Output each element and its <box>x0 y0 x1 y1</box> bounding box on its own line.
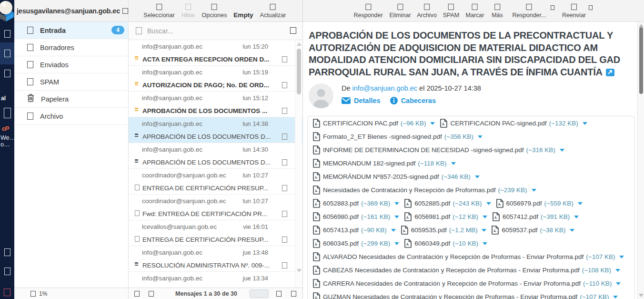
msg-tool-reenviar[interactable]: Reenviar <box>562 0 586 22</box>
attachment-item[interactable]: 6060345.pdf(~299 KB) <box>312 239 399 248</box>
main-scrollbar[interactable] <box>637 22 644 299</box>
msg-tool-caret-caret[interactable] <box>589 0 593 22</box>
folder-item-archivo[interactable]: Archivo <box>14 108 128 125</box>
prev-page-icon[interactable] <box>276 291 282 297</box>
attachment-menu-caret-icon[interactable] <box>483 216 487 218</box>
message-row[interactable]: info@sanjuan.gob.eclun 14:38APROBACIÓN D… <box>129 117 302 143</box>
attachment-menu-caret-icon[interactable] <box>574 216 579 218</box>
list-scrollbar-thumb[interactable] <box>297 49 301 94</box>
msg-tool-marcar[interactable]: Marcar <box>466 0 484 22</box>
scroll-up-icon[interactable] <box>297 42 302 46</box>
flag-icon[interactable] <box>282 237 287 243</box>
attachment-menu-caret-icon[interactable] <box>613 296 618 299</box>
attachment-item[interactable]: 6056979.pdf(~559 KB) <box>496 199 583 208</box>
flag-icon[interactable] <box>282 211 287 217</box>
msg-tool-caret-caret[interactable] <box>551 0 554 22</box>
flag-icon[interactable] <box>282 134 287 140</box>
attachment-menu-caret-icon[interactable] <box>616 282 621 285</box>
taskbar-item-logout[interactable] <box>0 289 14 296</box>
message-row[interactable]: info@sanjuan.gob.eclun 15:12APROBACIÓN D… <box>129 92 302 117</box>
message-row[interactable]: coordinador@sanjuan.gob.eclun 10:27Fwd: … <box>129 195 302 220</box>
attachment-item[interactable]: MEMORANDUM 182-signed.pdf(~118 KB) <box>312 159 456 168</box>
attachment-menu-caret-icon[interactable] <box>570 229 574 232</box>
attachment-item[interactable]: CERTIFICACION PAC-signed.pdf(~132 KB) <box>440 119 587 128</box>
attachment-menu-caret-icon[interactable] <box>482 229 486 232</box>
sender-email-link[interactable]: info@sanjuan.gob.ec <box>352 84 417 92</box>
select-all-icon[interactable] <box>134 291 140 297</box>
msg-tool-eliminar[interactable]: Eliminar <box>389 0 411 22</box>
attachment-menu-caret-icon[interactable] <box>478 135 483 138</box>
attachment-item[interactable]: CERTIFICACION PAC.pdf(~96 KB) <box>312 119 435 128</box>
flag-icon[interactable] <box>282 185 287 191</box>
main-scroll-up-icon[interactable] <box>639 24 644 27</box>
attachment-item[interactable]: CARRERA Necesidades de Contratación y Re… <box>312 279 621 288</box>
taskbar-item-about[interactable] <box>0 268 14 275</box>
message-row[interactable]: info@sanjuan.gob.eclun 15:20ACTA ENTREGA… <box>129 40 302 66</box>
attachment-item[interactable]: 6052885.pdf(~243 KB) <box>404 199 491 208</box>
account-menu-icon[interactable] <box>122 8 128 14</box>
attachment-menu-caret-icon[interactable] <box>430 122 435 125</box>
attachment-menu-caret-icon[interactable] <box>583 122 587 125</box>
attachment-menu-caret-icon[interactable] <box>532 189 536 192</box>
taskbar-item-mail[interactable] <box>0 50 14 57</box>
msg-tool-responder[interactable]: Responder... <box>513 0 546 22</box>
webmail-home-line2[interactable]: o… <box>0 141 10 148</box>
details-link[interactable]: Detalles <box>354 97 381 104</box>
folder-item-spam[interactable]: SPAM <box>14 73 128 91</box>
attachment-item[interactable]: 6059535.pdf(~1.2 MB) <box>401 226 487 235</box>
folder-item-enviados[interactable]: Enviados <box>14 56 128 73</box>
search-options-icon[interactable] <box>290 27 296 34</box>
attachment-item[interactable]: Formato_2_ET Bienes -signed-signed.pdf(~… <box>312 132 483 141</box>
taskbar-item-contacts[interactable] <box>0 70 14 77</box>
flag-icon[interactable] <box>282 159 287 165</box>
search-input[interactable] <box>147 27 266 35</box>
attachment-menu-caret-icon[interactable] <box>394 242 399 245</box>
flag-icon[interactable] <box>282 108 287 114</box>
msg-tool-responder[interactable]: Responder <box>353 0 382 22</box>
attachment-item[interactable]: GUZMAN Necesidades de Contratación y Rec… <box>312 292 618 299</box>
attachment-item[interactable]: 6056980.pdf(~161 KB) <box>312 212 399 221</box>
folder-item-entrada[interactable]: Entrada4 <box>14 22 128 39</box>
attachment-menu-caret-icon[interactable] <box>486 202 491 205</box>
next-page-icon[interactable] <box>291 291 296 297</box>
flag-icon[interactable] <box>282 82 287 88</box>
main-scroll-down-icon[interactable] <box>639 294 644 297</box>
attachment-menu-caret-icon[interactable] <box>394 202 399 205</box>
list-tool-opciones[interactable]: Opciones <box>202 0 227 22</box>
taskbar-item-settings[interactable] <box>0 108 14 118</box>
attachment-item[interactable]: 6057413.pdf(~90 KB) <box>312 226 396 235</box>
flag-icon[interactable] <box>282 262 287 268</box>
attachment-item[interactable]: 6059537.pdf(~38 KB) <box>491 226 574 235</box>
attachment-menu-caret-icon[interactable] <box>475 175 480 178</box>
list-tool-empty[interactable]: Empty <box>233 0 253 22</box>
attachment-menu-caret-icon[interactable] <box>483 242 487 245</box>
attachment-menu-caret-icon[interactable] <box>578 202 583 205</box>
attachment-item[interactable]: INFORME DE DETERMINACION DE NECESIDAD -s… <box>312 145 564 155</box>
scroll-down-icon[interactable] <box>297 269 302 272</box>
message-row[interactable]: info@sanjuan.gob.ecjue 13:34 <box>129 272 302 288</box>
attachment-item[interactable]: CABEZAS Necesidades de Contratación y Re… <box>312 266 620 275</box>
list-tool-actualizar[interactable]: Actualizar <box>260 0 286 22</box>
attachment-menu-caret-icon[interactable] <box>451 162 456 165</box>
msg-tool-m-s[interactable]: Más <box>492 0 503 22</box>
main-scrollbar-thumb[interactable] <box>639 27 643 94</box>
msg-tool-archivo[interactable]: Archivo <box>417 0 437 22</box>
headers-link[interactable]: Cabeceras <box>401 97 436 104</box>
list-tool-seleccionar[interactable]: Seleccionar <box>143 0 174 22</box>
message-row[interactable]: info@sanjuan.gob.eclun 15:19AUTORIZACION… <box>129 66 302 92</box>
account-header[interactable]: jesusgavilanes@sanjuan.gob.ec <box>14 0 128 22</box>
attachment-menu-caret-icon[interactable] <box>619 256 624 258</box>
list-options-icon[interactable] <box>149 291 154 297</box>
external-link-icon[interactable] <box>606 69 614 76</box>
cpanel-logo[interactable]: cP <box>2 125 9 132</box>
attachment-item[interactable]: 6060349.pdf(~10 KB) <box>404 239 487 248</box>
attachment-menu-caret-icon[interactable] <box>394 216 399 218</box>
taskbar-item-compose[interactable] <box>0 30 14 38</box>
webmail-logo[interactable] <box>0 0 14 23</box>
attachment-menu-caret-icon[interactable] <box>615 269 620 272</box>
attachment-menu-caret-icon[interactable] <box>560 149 564 152</box>
page-jump-input[interactable] <box>250 289 269 298</box>
message-row[interactable]: lcevallos@sanjuan.gob.ecvie 16:01ENTREGA… <box>129 220 302 246</box>
list-tool-hilos[interactable]: Hilos <box>181 0 195 22</box>
attachment-item[interactable]: 6056981.pdf(~12 KB) <box>404 212 487 221</box>
